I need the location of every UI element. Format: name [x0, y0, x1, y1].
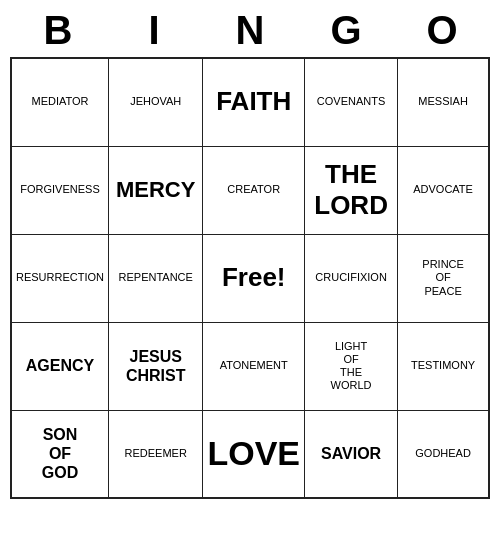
grid-cell: AGENCY	[11, 322, 109, 410]
grid-cell: CREATOR	[203, 146, 305, 234]
grid-cell: REDEEMER	[109, 410, 203, 498]
header-letter: N	[202, 8, 298, 53]
grid-cell: THELORD	[305, 146, 398, 234]
grid-cell: Free!	[203, 234, 305, 322]
grid-cell: GODHEAD	[398, 410, 489, 498]
grid-cell: TESTIMONY	[398, 322, 489, 410]
grid-cell: RESURRECTION	[11, 234, 109, 322]
header-letter: I	[106, 8, 202, 53]
header-letter: O	[394, 8, 490, 53]
grid-cell: FORGIVENESS	[11, 146, 109, 234]
header-letter: B	[10, 8, 106, 53]
grid-row: FORGIVENESSMERCYCREATORTHELORDADVOCATE	[11, 146, 489, 234]
grid-cell: SAVIOR	[305, 410, 398, 498]
grid-cell: MESSIAH	[398, 58, 489, 146]
header-letter: G	[298, 8, 394, 53]
grid-cell: LIGHTOFTHEWORLD	[305, 322, 398, 410]
grid-cell: MERCY	[109, 146, 203, 234]
grid-cell: MEDIATOR	[11, 58, 109, 146]
grid-cell: CRUCIFIXION	[305, 234, 398, 322]
grid-row: MEDIATORJEHOVAHFAITHCOVENANTSMESSIAH	[11, 58, 489, 146]
grid-cell: ADVOCATE	[398, 146, 489, 234]
grid-row: RESURRECTIONREPENTANCEFree!CRUCIFIXIONPR…	[11, 234, 489, 322]
bingo-grid: MEDIATORJEHOVAHFAITHCOVENANTSMESSIAHFORG…	[10, 57, 490, 499]
grid-cell: FAITH	[203, 58, 305, 146]
grid-cell: COVENANTS	[305, 58, 398, 146]
grid-cell: SONOFGOD	[11, 410, 109, 498]
grid-row: AGENCYJESUSCHRISTATONEMENTLIGHTOFTHEWORL…	[11, 322, 489, 410]
grid-cell: PRINCEOFPEACE	[398, 234, 489, 322]
grid-cell: REPENTANCE	[109, 234, 203, 322]
grid-cell: LOVE	[203, 410, 305, 498]
grid-cell: JEHOVAH	[109, 58, 203, 146]
bingo-header: BINGO	[10, 8, 490, 53]
grid-row: SONOFGODREDEEMERLOVESAVIORGODHEAD	[11, 410, 489, 498]
grid-cell: ATONEMENT	[203, 322, 305, 410]
grid-cell: JESUSCHRIST	[109, 322, 203, 410]
